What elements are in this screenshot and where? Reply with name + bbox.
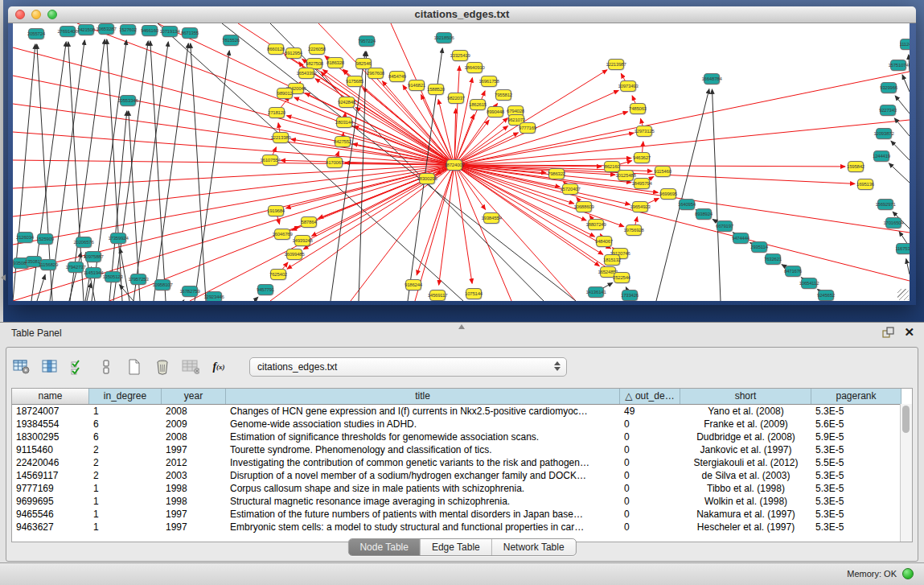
network-node[interactable]: 1075144 xyxy=(466,288,482,299)
network-node[interactable]: 10125488 xyxy=(618,170,634,181)
scrollbar-thumb[interactable] xyxy=(902,406,910,433)
network-node[interactable]: 2803144 xyxy=(336,117,352,128)
select-rows-button[interactable] xyxy=(69,358,87,376)
network-node[interactable]: 9484067 xyxy=(596,236,612,247)
network-node[interactable]: 7955812 xyxy=(495,89,511,101)
network-node[interactable]: 2126034 xyxy=(17,232,33,243)
network-node[interactable]: 8990448 xyxy=(487,106,503,117)
network-node[interactable]: 8454749 xyxy=(389,71,405,82)
network-node[interactable]: 9227343 xyxy=(880,105,896,116)
network-node[interactable]: 14569117 xyxy=(429,290,446,301)
new-column-button[interactable] xyxy=(125,358,143,376)
network-node[interactable]: 16961758 xyxy=(481,76,497,87)
memory-status-indicator[interactable] xyxy=(902,568,914,579)
network-node[interactable]: 1815132 xyxy=(604,254,620,266)
network-node[interactable]: 19384554 xyxy=(483,212,499,224)
table-row[interactable]: 1830029562008Estimation of significance … xyxy=(12,431,912,443)
sash-handle-top[interactable] xyxy=(458,324,465,329)
table-options-button[interactable] xyxy=(13,358,31,376)
network-node[interactable]: 1525909 xyxy=(37,233,53,245)
network-node[interactable]: 17957253 xyxy=(130,274,146,285)
network-node[interactable]: 2226058 xyxy=(309,43,325,55)
network-node[interactable]: 10973493 xyxy=(620,80,636,92)
network-node[interactable]: 9463627 xyxy=(634,152,650,163)
column-header-in_degree[interactable]: in_degree xyxy=(89,389,162,404)
network-node[interactable]: 12093872 xyxy=(876,128,892,139)
column-header-year[interactable]: year xyxy=(162,389,226,404)
network-node[interactable]: 16648784 xyxy=(704,73,720,84)
column-header-pagerank[interactable]: pagerank xyxy=(811,389,901,404)
network-node[interactable]: 1588520 xyxy=(428,84,444,95)
network-node[interactable]: 9466160 xyxy=(142,25,158,36)
network-node[interactable]: 9699695 xyxy=(660,188,676,200)
network-node[interactable]: 18300295 xyxy=(419,173,435,184)
network-node[interactable]: 7986322 xyxy=(548,168,565,179)
network-node[interactable]: 10653287 xyxy=(98,23,114,35)
network-node[interactable]: 19654923 xyxy=(632,201,648,212)
network-node[interactable]: 8660128 xyxy=(268,43,284,55)
close-panel-icon[interactable]: ✕ xyxy=(904,325,914,340)
network-node[interactable]: 12923446 xyxy=(206,291,222,301)
network-node[interactable]: 8186328 xyxy=(327,57,343,68)
network-node[interactable]: 15692971 xyxy=(877,199,893,210)
table-row[interactable]: 911546021997Tourette syndrome. Phenomeno… xyxy=(12,443,912,456)
network-node[interactable]: 9175685 xyxy=(347,76,363,87)
row-merge-button[interactable] xyxy=(97,358,115,376)
network-node[interactable]: 15720407 xyxy=(562,183,578,195)
network-node[interactable]: 18495794 xyxy=(634,178,650,189)
network-node[interactable]: 7815526 xyxy=(223,35,239,46)
window-titlebar[interactable]: citations_edges.txt xyxy=(8,6,916,23)
float-panel-icon[interactable] xyxy=(882,327,895,340)
resize-grip[interactable] xyxy=(897,289,909,300)
network-node[interactable]: 20553346 xyxy=(120,95,136,106)
network-node[interactable]: 11451944 xyxy=(85,267,101,278)
network-node[interactable]: 16782759 xyxy=(182,286,198,297)
network-node[interactable]: 19756928 xyxy=(626,225,642,236)
network-node[interactable]: 10688609 xyxy=(576,201,592,212)
network-node[interactable]: 1695136 xyxy=(857,179,873,190)
network-node[interactable]: 9329966 xyxy=(881,82,897,93)
column-header-title[interactable]: title xyxy=(226,389,620,404)
network-node[interactable]: 9822037 xyxy=(448,93,464,104)
column-chooser-button[interactable] xyxy=(41,358,59,376)
table-selector-dropdown[interactable]: citations_edges.txt xyxy=(249,357,567,377)
tab-node-table[interactable]: Node Table xyxy=(348,539,420,555)
network-node[interactable]: 7957224 xyxy=(359,35,375,47)
network-node[interactable]: 1640954 xyxy=(679,199,695,210)
network-node[interactable]: 14939248 xyxy=(294,235,310,246)
network-node[interactable]: 16107554 xyxy=(262,154,278,166)
table-row[interactable]: 1456911722003Disruption of a novel membe… xyxy=(12,469,912,482)
table-row[interactable]: 977716911998Corpus callosum shape and si… xyxy=(12,482,912,495)
network-node[interactable]: 9474444 xyxy=(733,233,749,244)
network-graph-canvas[interactable]: 2055724276914062421508106532871527602946… xyxy=(13,23,910,301)
network-node[interactable]: 9457791 xyxy=(257,284,273,295)
network-node[interactable]: 1112457 xyxy=(900,39,910,50)
network-node[interactable]: 7625402 xyxy=(270,269,286,280)
network-node[interactable]: 19218506 xyxy=(436,32,452,43)
network-node[interactable]: 27691406 xyxy=(60,26,76,37)
tab-edge-table[interactable]: Edge Table xyxy=(420,539,491,555)
column-header-name[interactable]: name xyxy=(12,389,89,404)
network-node[interactable]: 4170067 xyxy=(326,157,343,168)
network-node[interactable]: 15751074 xyxy=(890,60,906,71)
network-node[interactable]: 2967608 xyxy=(368,68,384,79)
delete-table-button-disabled[interactable] xyxy=(182,358,199,376)
network-node[interactable]: 16543392 xyxy=(298,68,314,79)
network-node[interactable]: 14136141 xyxy=(588,286,604,298)
delete-column-button[interactable] xyxy=(154,358,171,376)
network-node[interactable]: 7632621 xyxy=(765,253,781,265)
table-row[interactable]: 946554611997Estimation of the future num… xyxy=(12,508,912,521)
network-node[interactable]: 9186244 xyxy=(405,279,421,290)
network-node[interactable]: 8671355 xyxy=(182,27,198,39)
tab-network-table[interactable]: Network Table xyxy=(491,539,576,555)
table-row[interactable]: 2242004622012Investigating the contribut… xyxy=(12,456,912,469)
network-node[interactable]: 587864 xyxy=(301,216,317,228)
table-row[interactable]: 946362711997Embryonic stem cells: a mode… xyxy=(12,521,912,534)
network-node[interactable]: 10719134 xyxy=(162,26,178,37)
network-node[interactable]: 10654112 xyxy=(801,278,817,289)
network-node[interactable]: 9242848 xyxy=(339,97,355,108)
vertical-scrollbar[interactable] xyxy=(900,404,912,542)
network-node[interactable]: 1733426 xyxy=(622,290,638,301)
network-node[interactable]: 9115460 xyxy=(655,166,671,177)
network-node[interactable]: 8938924 xyxy=(696,208,712,220)
